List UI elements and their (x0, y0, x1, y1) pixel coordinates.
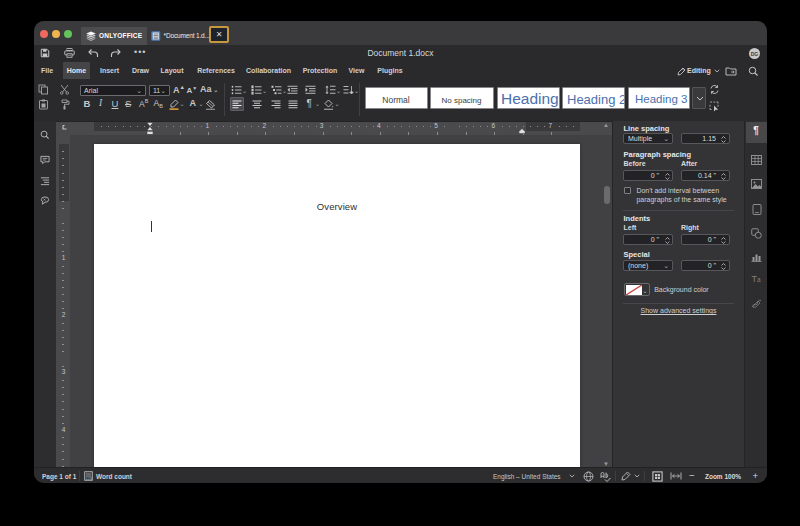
svg-text:123: 123 (86, 477, 92, 481)
